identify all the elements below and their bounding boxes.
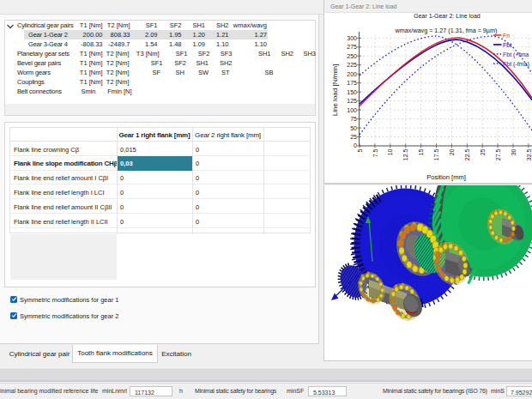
svg-text:25: 25	[350, 134, 357, 140]
svg-text:Gear 1-Gear 2: Line load: Gear 1-Gear 2: Line load	[414, 13, 481, 19]
svg-text:250: 250	[347, 53, 357, 59]
svg-text:17.5: 17.5	[433, 148, 439, 160]
svg-text:275: 275	[347, 44, 357, 50]
svg-text:wmax/wavg = 1.27 (1.31, fma =: wmax/wavg = 1.27 (1.31, fma = 9µm)	[395, 27, 498, 34]
svg-text:7.5: 7.5	[372, 148, 378, 157]
svg-text:Fn: Fn	[503, 33, 510, 39]
svg-text:75: 75	[350, 116, 357, 122]
svg-text:12.5: 12.5	[402, 148, 408, 160]
svg-text:22.5: 22.5	[464, 148, 470, 160]
svg-text:Gear 1-Gear 2: Line load: Gear 1-Gear 2: Line load	[330, 3, 397, 9]
svg-text:50: 50	[350, 125, 357, 131]
svg-text:30: 30	[511, 148, 517, 155]
svg-text:0: 0	[354, 142, 357, 148]
svg-text:225: 225	[347, 62, 357, 68]
svg-text:125: 125	[347, 98, 357, 104]
svg-text:Position [mm]: Position [mm]	[426, 173, 465, 181]
svg-text:200: 200	[347, 71, 357, 77]
svg-text:Fbt (+fma: Fbt (+fma	[503, 51, 529, 58]
svg-text:10: 10	[387, 148, 393, 155]
svg-text:300: 300	[347, 35, 357, 41]
svg-text:100: 100	[347, 107, 357, 113]
svg-text:Fbt (-fma): Fbt (-fma)	[503, 61, 529, 68]
svg-text:25: 25	[480, 148, 486, 155]
svg-text:Fbt: Fbt	[503, 42, 511, 48]
svg-text:32.5: 32.5	[526, 148, 532, 160]
svg-text:175: 175	[347, 80, 357, 86]
svg-text:20: 20	[449, 148, 455, 155]
svg-text:5: 5	[357, 148, 363, 152]
svg-text:27.5: 27.5	[495, 148, 501, 160]
svg-text:15: 15	[418, 148, 424, 155]
svg-text:150: 150	[347, 89, 357, 95]
svg-text:Line load [N/mm]: Line load [N/mm]	[331, 64, 339, 116]
